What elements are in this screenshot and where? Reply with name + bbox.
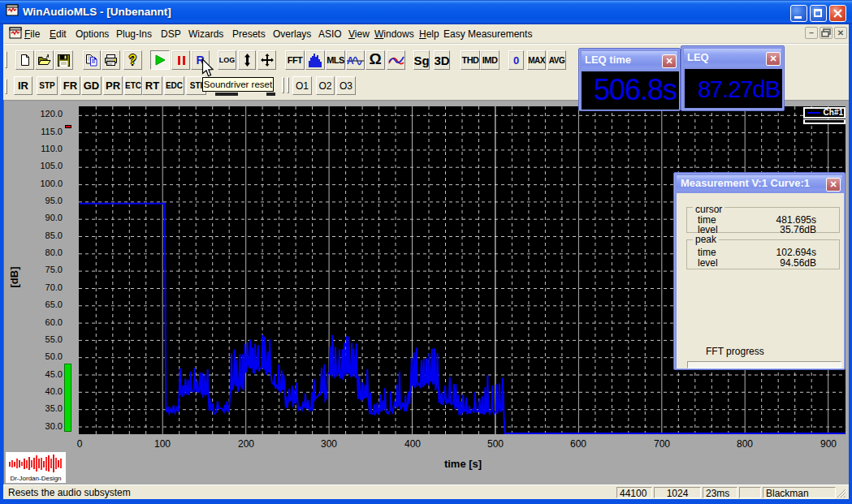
svg-text:A: A (347, 55, 354, 67)
